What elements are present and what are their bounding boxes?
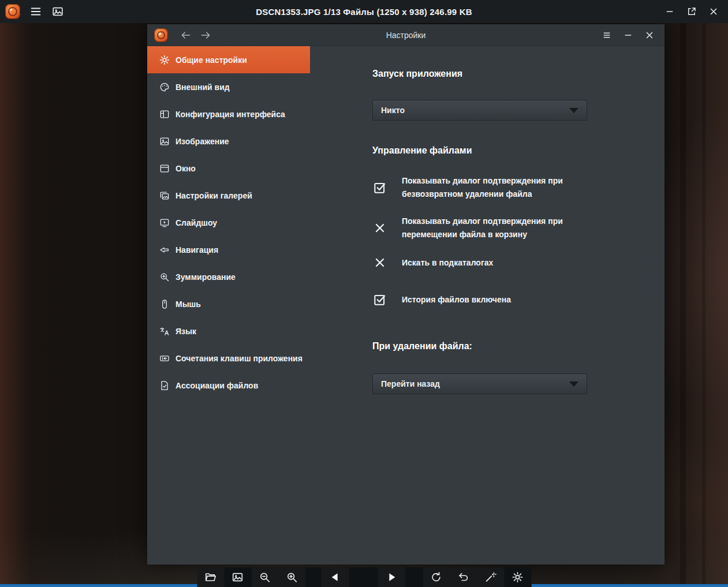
settings-titlebar: Настройки bbox=[147, 24, 664, 46]
zoom-out-button[interactable] bbox=[251, 567, 278, 587]
navigation-arrow-icon bbox=[159, 244, 170, 256]
menu-icon bbox=[602, 30, 612, 40]
toolbar-spacer bbox=[305, 567, 321, 587]
sidebar-item-language[interactable]: Язык bbox=[147, 317, 310, 345]
sidebar-item-label: Мышь bbox=[176, 300, 201, 309]
reset-button[interactable] bbox=[450, 567, 477, 587]
app-launch-dropdown[interactable]: Никто bbox=[372, 100, 587, 121]
sidebar-item-image[interactable]: Изображение bbox=[147, 128, 310, 155]
settings-minimize-button[interactable] bbox=[617, 24, 639, 46]
settings-menu-button[interactable] bbox=[596, 24, 617, 46]
open-folder-icon bbox=[204, 571, 217, 584]
section-title-on-delete: При удалении файла: bbox=[372, 341, 664, 352]
sidebar-item-zooming[interactable]: Зуммирование bbox=[147, 263, 310, 290]
undo-icon bbox=[457, 571, 470, 584]
forward-button[interactable] bbox=[196, 24, 215, 46]
rotate-button[interactable] bbox=[423, 567, 450, 587]
sidebar-item-label: Окно bbox=[176, 164, 196, 173]
window-title: DSCN1353.JPG 1/13 Файлы (1250 x 938) 246… bbox=[0, 7, 728, 17]
sidebar-item-file-associations[interactable]: Ассоциации файлов bbox=[147, 372, 310, 399]
sidebar-item-appearance[interactable]: Внешний вид bbox=[147, 73, 310, 100]
checkbox-file-history[interactable]: История файлов включена bbox=[372, 292, 664, 307]
sidebar-item-label: Общие настройки bbox=[176, 55, 247, 65]
tree-silhouette bbox=[702, 23, 705, 587]
thumbnails-button[interactable] bbox=[47, 0, 69, 23]
sidebar-item-label: Слайдшоу bbox=[176, 218, 217, 227]
file-check-icon bbox=[159, 380, 170, 391]
image-icon bbox=[159, 136, 170, 147]
checkbox-label: Показывать диалог подтверждения при безв… bbox=[402, 174, 575, 201]
settings-close-button[interactable] bbox=[639, 24, 660, 46]
sidebar-item-navigation[interactable]: Навигация bbox=[147, 236, 310, 263]
close-button[interactable] bbox=[703, 0, 725, 23]
zoom-out-icon bbox=[259, 571, 271, 584]
sidebar-item-slideshow[interactable]: Слайдшоу bbox=[147, 209, 310, 236]
minimize-icon bbox=[623, 30, 633, 40]
next-image-button[interactable] bbox=[378, 567, 405, 587]
sidebar-item-label: Изображение bbox=[176, 137, 229, 146]
hamburger-icon bbox=[29, 5, 42, 18]
main-toolbar bbox=[197, 567, 531, 587]
close-icon bbox=[644, 30, 655, 40]
sidebar-item-general-settings[interactable]: Общие настройки bbox=[147, 46, 310, 73]
settings-button[interactable] bbox=[504, 567, 531, 587]
filters-button[interactable] bbox=[477, 567, 504, 587]
on-delete-dropdown[interactable]: Перейти назад bbox=[372, 373, 587, 394]
checkbox-label: Показывать диалог подтверждения при пере… bbox=[402, 215, 575, 241]
sidebar-item-label: Конфигурация интерфейса bbox=[176, 110, 285, 119]
dropdown-value: Никто bbox=[381, 106, 405, 115]
main-menu-button[interactable] bbox=[25, 0, 47, 23]
minimize-button[interactable] bbox=[659, 0, 681, 23]
gallery-icon bbox=[159, 190, 170, 201]
sidebar-item-mouse[interactable]: Мышь bbox=[147, 290, 310, 317]
keyboard-shortcut-icon bbox=[159, 353, 170, 364]
open-folder-button[interactable] bbox=[197, 567, 224, 587]
sidebar-item-label: Сочетания клавиш приложения bbox=[176, 354, 303, 363]
settings-sidebar: Общие настройки Внешний вид Конфигурация… bbox=[147, 46, 310, 564]
checkbox-search-subfolders[interactable]: Искать в подкаталогах bbox=[372, 255, 664, 270]
slideshow-icon bbox=[159, 217, 170, 229]
zoom-icon bbox=[159, 271, 170, 283]
screen: DSCN1353.JPG 1/13 Файлы (1250 x 938) 246… bbox=[0, 0, 728, 587]
checkbox-list: Показывать диалог подтверждения при безв… bbox=[372, 174, 664, 307]
close-icon bbox=[708, 6, 719, 17]
section-title-file-management: Управление файлами bbox=[372, 145, 664, 156]
zoom-in-button[interactable] bbox=[278, 567, 305, 587]
window-icon bbox=[159, 163, 170, 174]
dialog-title: Настройки bbox=[147, 31, 664, 40]
sidebar-item-label: Зуммирование bbox=[176, 272, 236, 282]
sidebar-item-label: Внешний вид bbox=[176, 83, 230, 92]
checkbox-icon bbox=[372, 255, 387, 270]
thumbnails-icon bbox=[51, 5, 64, 18]
gallery-image-icon bbox=[232, 571, 244, 584]
sidebar-item-gallery-settings[interactable]: Настройки галерей bbox=[147, 182, 310, 209]
language-icon bbox=[159, 326, 170, 337]
sidebar-item-label: Навигация bbox=[176, 245, 218, 255]
settings-content: Запуск приложения Никто Управление файла… bbox=[310, 46, 664, 564]
toolbar-spacer bbox=[349, 567, 378, 587]
minimize-icon bbox=[664, 6, 675, 17]
mouse-icon bbox=[159, 298, 170, 310]
back-arrow-icon bbox=[180, 29, 192, 41]
chevron-down-icon bbox=[569, 382, 578, 387]
previous-image-button[interactable] bbox=[321, 567, 349, 587]
checkbox-confirm-permanent-delete[interactable]: Показывать диалог подтверждения при безв… bbox=[372, 174, 664, 201]
app-logo bbox=[5, 4, 20, 19]
sidebar-item-interface-config[interactable]: Конфигурация интерфейса bbox=[147, 100, 310, 128]
sidebar-item-label: Язык bbox=[176, 327, 196, 336]
section-title-app-launch: Запуск приложения bbox=[372, 68, 664, 80]
checkbox-confirm-trash[interactable]: Показывать диалог подтверждения при пере… bbox=[372, 215, 664, 241]
previous-icon bbox=[329, 571, 341, 583]
sidebar-item-window[interactable]: Окно bbox=[147, 155, 310, 182]
sidebar-item-label: Ассоциации файлов bbox=[176, 381, 258, 390]
gear-icon bbox=[159, 54, 170, 66]
forward-arrow-icon bbox=[200, 29, 211, 41]
detach-window-button[interactable] bbox=[681, 0, 703, 23]
sidebar-item-shortcuts[interactable]: Сочетания клавиш приложения bbox=[147, 345, 310, 372]
back-button[interactable] bbox=[176, 24, 196, 46]
gallery-button[interactable] bbox=[224, 567, 251, 587]
rotate-icon bbox=[430, 571, 443, 584]
dropdown-value: Перейти назад bbox=[381, 379, 440, 388]
chevron-down-icon bbox=[569, 108, 578, 113]
checkbox-icon bbox=[372, 180, 387, 195]
